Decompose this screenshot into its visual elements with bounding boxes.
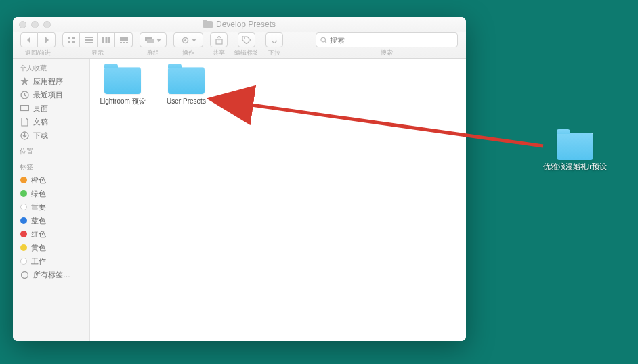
svg-point-17 (184, 39, 186, 41)
dropdown-label: 下拉 (268, 49, 280, 58)
search-input[interactable] (330, 36, 453, 44)
folder-item[interactable]: User Presets (161, 67, 212, 106)
documents-icon (20, 117, 29, 127)
tag-icon (242, 36, 251, 44)
sidebar-tag-label: 黄色 (31, 243, 46, 253)
tag-dot (20, 258, 27, 265)
svg-rect-2 (68, 41, 70, 43)
sidebar-tag-item[interactable]: 重要 (13, 200, 89, 214)
tags-label: 编辑标签 (234, 49, 259, 58)
tags-header: 标签 (13, 160, 89, 173)
svg-rect-5 (85, 39, 93, 41)
svg-rect-3 (72, 41, 75, 43)
sidebar: 个人收藏 应用程序最近项目桌面文稿下载 位置 标签 橙色绿色重要蓝色红色黄色工作… (13, 59, 90, 341)
share-button[interactable] (210, 32, 228, 47)
folder-icon (203, 21, 213, 28)
sidebar-item-downloads[interactable]: 下载 (13, 129, 89, 142)
locations-header: 位置 (13, 145, 89, 158)
stack-icon (145, 37, 154, 43)
svg-rect-4 (85, 37, 93, 38)
group-button[interactable] (140, 32, 167, 47)
svg-rect-12 (123, 42, 125, 43)
svg-rect-15 (147, 39, 154, 43)
share-icon (215, 36, 223, 45)
favorites-header: 个人收藏 (13, 62, 89, 74)
column-view-button[interactable] (98, 32, 115, 47)
folder-icon (557, 133, 593, 160)
tag-dot (20, 204, 27, 210)
icon-view-button[interactable] (62, 32, 80, 47)
sidebar-tag-item[interactable]: 所有标签… (13, 268, 89, 281)
back-button[interactable] (20, 32, 38, 47)
titlebar[interactable]: Develop Presets (13, 17, 466, 32)
svg-rect-11 (120, 42, 122, 43)
body-area: 个人收藏 应用程序最近项目桌面文稿下载 位置 标签 橙色绿色重要蓝色红色黄色工作… (13, 59, 466, 341)
svg-point-20 (321, 37, 325, 41)
svg-rect-0 (68, 37, 70, 39)
search-cluster: 搜索 (316, 32, 458, 58)
sidebar-item-apps[interactable]: 应用程序 (13, 74, 89, 88)
action-cluster: 操作 (173, 32, 203, 58)
sidebar-tag-label: 橙色 (31, 175, 46, 185)
sidebar-item-label: 下载 (33, 131, 48, 141)
chevron-left-icon (26, 37, 32, 43)
folder-label: Lightroom 预设 (100, 97, 145, 106)
window-title: Develop Presets (13, 20, 466, 29)
folder-label: User Presets (167, 97, 206, 106)
nav-label: 返回/前进 (25, 49, 51, 58)
desktop-folder-item[interactable]: 优雅浪漫婚礼lr预设 (543, 133, 607, 172)
sidebar-tag-item[interactable]: 黄色 (13, 241, 89, 254)
sidebar-item-recent[interactable]: 最近项目 (13, 88, 89, 101)
sidebar-item-desktop[interactable]: 桌面 (13, 101, 89, 115)
svg-rect-13 (126, 42, 128, 43)
sidebar-tag-item[interactable]: 橙色 (13, 173, 89, 187)
svg-line-21 (325, 41, 327, 43)
sidebar-tag-item[interactable]: 蓝色 (13, 214, 89, 227)
edit-tags-button[interactable] (238, 32, 255, 47)
tags-cluster: 编辑标签 (234, 32, 259, 58)
sidebar-item-label: 最近项目 (33, 90, 63, 100)
svg-point-26 (21, 271, 28, 278)
sidebar-tag-item[interactable]: 红色 (13, 227, 89, 241)
desktop-icon (20, 104, 29, 113)
tag-dot (20, 217, 27, 224)
dropdown-cluster: 下拉 (265, 32, 283, 58)
group-label: 群组 (147, 49, 159, 58)
share-cluster: 共享 (210, 32, 228, 58)
sidebar-item-label: 桌面 (33, 104, 48, 114)
svg-rect-6 (85, 42, 93, 43)
sidebar-tag-item[interactable]: 绿色 (13, 187, 89, 200)
sidebar-item-label: 应用程序 (33, 76, 63, 87)
chevron-down-icon (156, 39, 161, 42)
double-chevron-icon (271, 37, 278, 43)
svg-rect-1 (72, 37, 75, 39)
content-pane[interactable]: Lightroom 预设User Presets (90, 59, 466, 341)
sidebar-tag-label: 重要 (31, 202, 46, 212)
sidebar-item-label: 文稿 (33, 117, 48, 127)
sidebar-tag-label: 蓝色 (31, 216, 46, 226)
gallery-view-button[interactable] (115, 32, 133, 47)
list-icon (85, 37, 93, 43)
search-label: 搜索 (381, 49, 393, 58)
grid-icon (67, 36, 75, 44)
search-field[interactable] (316, 32, 458, 47)
tag-dot (20, 244, 27, 251)
view-label: 显示 (91, 49, 104, 58)
svg-rect-7 (102, 37, 104, 43)
sidebar-tag-item[interactable]: 工作 (13, 254, 89, 268)
list-view-button[interactable] (80, 32, 98, 47)
nav-cluster: 返回/前进 (20, 32, 56, 58)
tag-dot (20, 190, 27, 197)
window-title-text: Develop Presets (216, 20, 276, 29)
all-tags-icon (20, 270, 29, 279)
folder-icon (168, 67, 205, 94)
dropdown-button[interactable] (265, 32, 283, 47)
action-button[interactable] (173, 32, 203, 47)
sidebar-tag-label: 绿色 (31, 189, 46, 199)
forward-button[interactable] (38, 32, 56, 47)
svg-rect-23 (20, 105, 28, 110)
folder-item[interactable]: Lightroom 预设 (97, 67, 148, 106)
view-cluster: 显示 (62, 32, 133, 58)
sidebar-item-documents[interactable]: 文稿 (13, 115, 89, 129)
folder-icon (104, 67, 141, 94)
